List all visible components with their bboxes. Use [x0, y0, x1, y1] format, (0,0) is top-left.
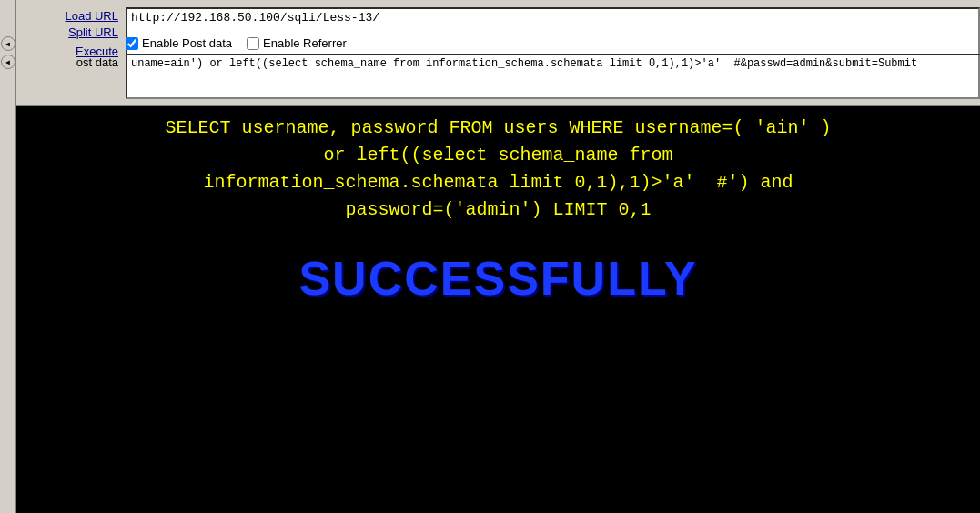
enable-referrer-label: Enable Referrer — [263, 36, 347, 50]
enable-post-checkbox[interactable] — [126, 37, 138, 50]
black-panel: SELECT username, password FROM users WHE… — [16, 106, 980, 513]
sql-line-2: or left((select schema_name from — [35, 142, 962, 169]
success-banner: SUCCESSFULLY — [298, 251, 697, 306]
post-data-row: ost data uname=ain') or left((select sch… — [16, 54, 980, 99]
sql-line-1: SELECT username, password FROM users WHE… — [35, 115, 962, 142]
post-data-textarea[interactable]: uname=ain') or left((select schema_name … — [126, 54, 980, 99]
sidebar-btn-1[interactable]: ◀ — [1, 36, 15, 51]
sql-line-4: password=('admin') LIMIT 0,1 — [35, 196, 962, 224]
sql-query-display: SELECT username, password FROM users WHE… — [35, 115, 962, 224]
enable-post-label: Enable Post data — [142, 36, 232, 50]
execute-link[interactable]: Execute — [76, 45, 118, 58]
enable-post-item: Enable Post data — [126, 36, 232, 50]
left-sidebar: ◀ ◀ — [0, 0, 16, 513]
load-url-label-col: Load URL — [16, 7, 126, 23]
sql-line-3: information_schema.schemata limit 0,1),1… — [35, 169, 962, 196]
sidebar-btn-2[interactable]: ◀ — [1, 55, 15, 69]
enable-referrer-item: Enable Referrer — [247, 36, 347, 50]
top-panel: Load URL http://192.168.50.100/sqli/Less… — [16, 0, 980, 106]
split-url-link[interactable]: Split URL — [68, 25, 118, 39]
load-url-link[interactable]: Load URL — [65, 9, 118, 23]
enable-referrer-checkbox[interactable] — [247, 37, 259, 50]
